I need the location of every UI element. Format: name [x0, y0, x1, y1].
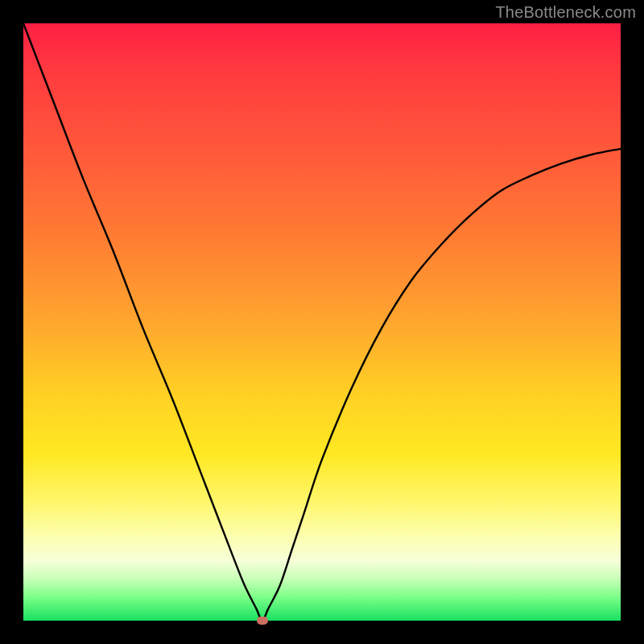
watermark-text: TheBottleneck.com	[495, 3, 636, 22]
bottleneck-curve	[23, 23, 621, 621]
plot-area	[23, 23, 621, 621]
optimal-point-marker	[257, 617, 268, 625]
chart-frame: TheBottleneck.com	[0, 0, 644, 644]
